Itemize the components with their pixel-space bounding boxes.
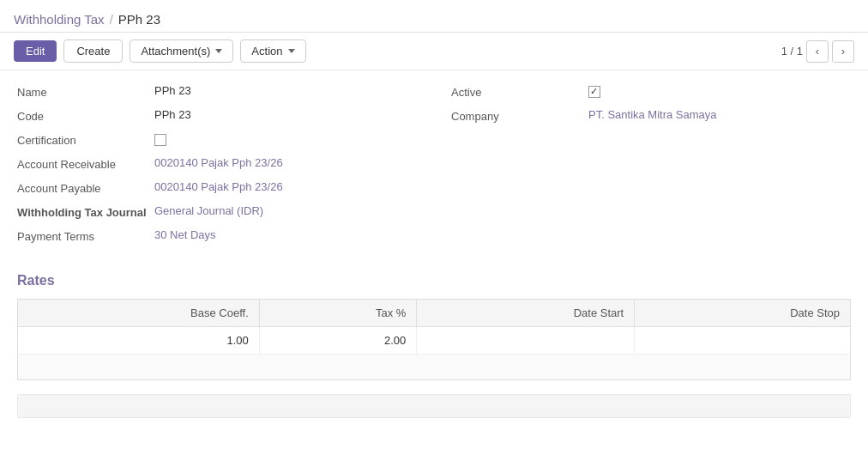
field-certification: Certification (17, 132, 417, 151)
create-button[interactable]: Create (63, 39, 123, 63)
label-payment-terms: Payment Terms (17, 228, 154, 243)
col-tax-pct: Tax % (259, 300, 417, 327)
form-section: Name PPh 23 Code PPh 23 Certification Ac… (17, 84, 851, 252)
toolbar: Edit Create Attachment(s) Action 1 / 1 ‹… (0, 33, 868, 70)
label-withholding-tax-journal: Withholding Tax Journal (17, 204, 154, 219)
field-withholding-tax-journal: Withholding Tax Journal General Journal … (17, 204, 417, 223)
table-row: 1.00 2.00 (18, 327, 851, 355)
form-left: Name PPh 23 Code PPh 23 Certification Ac… (17, 84, 417, 252)
value-name: PPh 23 (154, 84, 191, 97)
bottom-bar (17, 394, 851, 418)
field-code: Code PPh 23 (17, 108, 417, 127)
col-date-stop: Date Stop (635, 300, 851, 327)
label-company: Company (451, 108, 588, 123)
form-right: Active Company PT. Santika Mitra Samaya (451, 84, 851, 252)
active-checkbox[interactable] (588, 86, 600, 98)
rates-section: Rates Base Coeff. Tax % Date Start Date … (17, 273, 851, 418)
value-withholding-tax-journal[interactable]: General Journal (IDR) (154, 204, 263, 217)
cell-date-stop (635, 327, 851, 355)
col-date-start: Date Start (417, 300, 635, 327)
attachments-caret-icon (215, 49, 222, 53)
col-base-coeff: Base Coeff. (18, 300, 260, 327)
value-code: PPh 23 (154, 108, 191, 121)
rates-table: Base Coeff. Tax % Date Start Date Stop 1… (17, 299, 851, 355)
certification-checkbox[interactable] (154, 134, 166, 146)
breadcrumb: Withholding Tax / PPh 23 (0, 0, 868, 33)
value-account-receivable[interactable]: 0020140 Pajak Pph 23/26 (154, 156, 283, 169)
field-payment-terms: Payment Terms 30 Net Days (17, 228, 417, 247)
label-account-receivable: Account Receivable (17, 156, 154, 171)
pager: 1 / 1 ‹ › (781, 40, 854, 63)
label-certification: Certification (17, 132, 154, 147)
value-company[interactable]: PT. Santika Mitra Samaya (588, 108, 717, 121)
cell-date-start (417, 327, 635, 355)
breadcrumb-current: PPh 23 (118, 12, 160, 27)
value-account-payable[interactable]: 0020140 Pajak Pph 23/26 (154, 180, 283, 193)
cell-tax-pct: 2.00 (259, 327, 417, 355)
rates-table-header: Base Coeff. Tax % Date Start Date Stop (18, 300, 851, 327)
pager-text: 1 / 1 (781, 45, 803, 58)
pager-prev-button[interactable]: ‹ (806, 40, 829, 63)
content: Name PPh 23 Code PPh 23 Certification Ac… (0, 70, 868, 432)
field-name: Name PPh 23 (17, 84, 417, 103)
cell-base-coeff: 1.00 (18, 327, 260, 355)
field-account-receivable: Account Receivable 0020140 Pajak Pph 23/… (17, 156, 417, 175)
edit-button[interactable]: Edit (14, 40, 57, 62)
action-button[interactable]: Action (240, 39, 305, 63)
field-active: Active (451, 84, 851, 103)
breadcrumb-separator: / (110, 12, 113, 27)
add-row-area[interactable] (17, 355, 851, 380)
pager-next-button[interactable]: › (832, 40, 854, 63)
label-code: Code (17, 108, 154, 123)
label-active: Active (451, 84, 588, 99)
label-account-payable: Account Payable (17, 180, 154, 195)
attachments-button[interactable]: Attachment(s) (130, 39, 233, 63)
value-payment-terms[interactable]: 30 Net Days (154, 228, 216, 241)
breadcrumb-parent[interactable]: Withholding Tax (14, 12, 105, 27)
action-caret-icon (288, 49, 295, 53)
label-name: Name (17, 84, 154, 99)
field-account-payable: Account Payable 0020140 Pajak Pph 23/26 (17, 180, 417, 199)
rates-title: Rates (17, 273, 851, 288)
field-company: Company PT. Santika Mitra Samaya (451, 108, 851, 127)
